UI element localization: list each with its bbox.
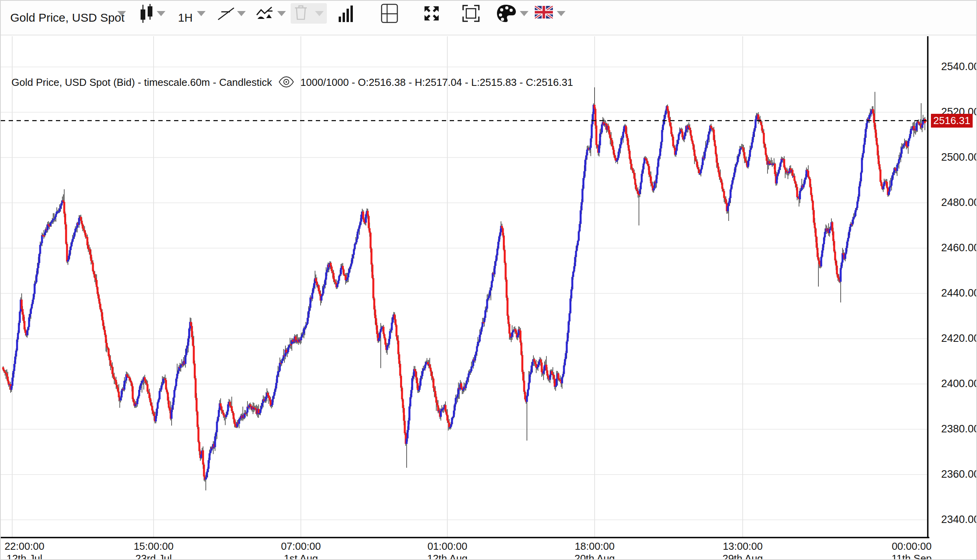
- indicator-caret-icon[interactable]: [277, 11, 286, 16]
- delete-caret-icon: [315, 11, 324, 16]
- price-tick-label: 2440.00: [941, 287, 977, 299]
- chart-application-window: Gold Price, USD Spot 1H: [0, 0, 977, 560]
- trend-line-tool-icon[interactable]: [217, 5, 235, 24]
- language-caret-icon[interactable]: [557, 11, 565, 16]
- uk-flag-icon[interactable]: [535, 6, 553, 20]
- timeframe-caret-icon[interactable]: [197, 11, 206, 16]
- trend-line-caret-icon[interactable]: [237, 11, 246, 16]
- price-tick-label: 2400.00: [941, 378, 977, 390]
- chart-legend: Gold Price, USD Spot (Bid) - timescale.6…: [11, 75, 573, 90]
- volume-bars-icon[interactable]: [338, 5, 355, 24]
- candlestick-style-icon[interactable]: [139, 4, 155, 25]
- series-label: Gold Price, USD Spot (Bid) - timescale.6…: [11, 76, 272, 89]
- grid-layout-icon[interactable]: [380, 3, 399, 25]
- trash-icon: [294, 4, 308, 22]
- palette-caret-icon[interactable]: [520, 11, 528, 16]
- palette-icon[interactable]: [496, 4, 517, 24]
- time-tick-label: 01:00:0012th Aug: [427, 540, 468, 560]
- frame-capture-icon[interactable]: [462, 4, 480, 24]
- toolbar: Gold Price, USD Spot 1H: [1, 1, 976, 35]
- indicator-tool-icon[interactable]: [255, 5, 275, 24]
- time-tick-label: 15:00:0023rd Jul: [133, 540, 173, 560]
- expand-icon[interactable]: [422, 4, 441, 24]
- price-tick-label: 2380.00: [941, 423, 977, 435]
- time-tick-label: 07:00:001st Aug: [281, 540, 321, 560]
- ohlc-stats-label: 1000/1000 - O:2516.38 - H:2517.04 - L:25…: [300, 76, 573, 89]
- visibility-eye-icon[interactable]: [278, 76, 294, 90]
- time-tick-label: 00:00:0011th Sep: [892, 540, 932, 560]
- price-tick-label: 2480.00: [941, 197, 977, 209]
- chart-area: Gold Price, USD Spot (Bid) - timescale.6…: [1, 35, 977, 560]
- symbol-label: Gold Price, USD Spot: [10, 11, 124, 24]
- price-tick-label: 2500.00: [941, 151, 977, 163]
- time-tick-label: 18:00:0020th Aug: [575, 540, 615, 560]
- price-tick-label: 2460.00: [941, 242, 977, 254]
- price-tick-label: 2360.00: [941, 468, 977, 480]
- delete-drawing-button[interactable]: [291, 3, 327, 24]
- price-tick-label: 2420.00: [941, 332, 977, 345]
- timeframe-label: 1H: [178, 11, 193, 24]
- symbol-selector[interactable]: Gold Price, USD Spot: [10, 1, 124, 35]
- price-tick-label: 2340.00: [941, 514, 977, 526]
- time-tick-label: 13:00:0029th Aug: [723, 540, 763, 560]
- candlestick-style-caret-icon[interactable]: [157, 11, 165, 16]
- price-tick-label: 2540.00: [941, 61, 977, 73]
- chart-canvas[interactable]: [1, 35, 977, 560]
- timeframe-selector[interactable]: 1H: [178, 1, 193, 35]
- time-tick-label: 22:00:0012th Jul: [4, 540, 44, 560]
- symbol-dropdown-caret-icon[interactable]: [117, 11, 126, 16]
- last-price-badge: 2516.31: [931, 114, 973, 128]
